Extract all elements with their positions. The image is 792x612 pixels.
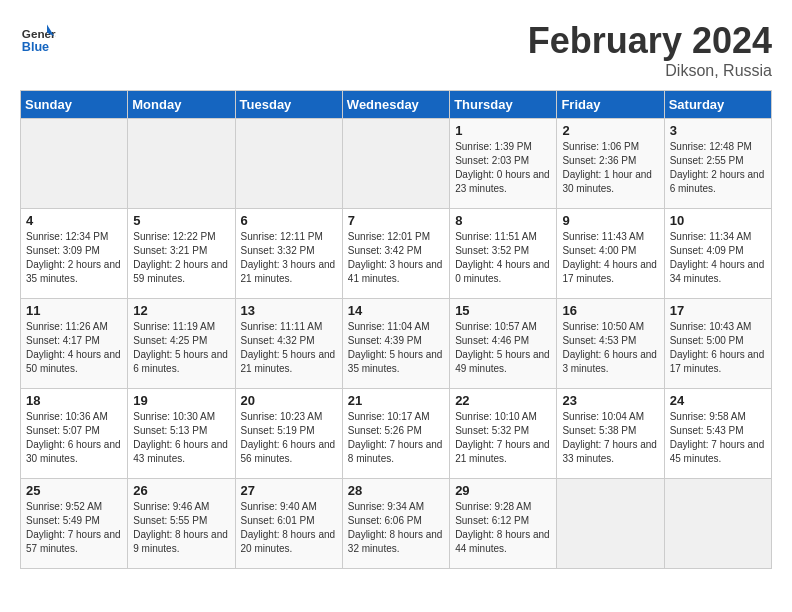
day-info: Sunrise: 12:48 PM Sunset: 2:55 PM Daylig… [670, 140, 766, 196]
month-title: February 2024 [528, 20, 772, 62]
day-info: Sunrise: 10:50 AM Sunset: 4:53 PM Daylig… [562, 320, 658, 376]
day-info: Sunrise: 9:34 AM Sunset: 6:06 PM Dayligh… [348, 500, 444, 556]
day-number: 22 [455, 393, 551, 408]
day-info: Sunrise: 11:19 AM Sunset: 4:25 PM Daylig… [133, 320, 229, 376]
calendar-week-row: 11Sunrise: 11:26 AM Sunset: 4:17 PM Dayl… [21, 299, 772, 389]
calendar-day-cell [21, 119, 128, 209]
day-number: 27 [241, 483, 337, 498]
calendar-day-cell [342, 119, 449, 209]
day-info: Sunrise: 12:22 PM Sunset: 3:21 PM Daylig… [133, 230, 229, 286]
day-info: Sunrise: 10:57 AM Sunset: 4:46 PM Daylig… [455, 320, 551, 376]
day-number: 14 [348, 303, 444, 318]
day-info: Sunrise: 11:43 AM Sunset: 4:00 PM Daylig… [562, 230, 658, 286]
day-header-sunday: Sunday [21, 91, 128, 119]
day-number: 4 [26, 213, 122, 228]
day-info: Sunrise: 1:06 PM Sunset: 2:36 PM Dayligh… [562, 140, 658, 196]
calendar-day-cell: 5Sunrise: 12:22 PM Sunset: 3:21 PM Dayli… [128, 209, 235, 299]
calendar-day-cell: 19Sunrise: 10:30 AM Sunset: 5:13 PM Dayl… [128, 389, 235, 479]
day-info: Sunrise: 10:23 AM Sunset: 5:19 PM Daylig… [241, 410, 337, 466]
day-number: 28 [348, 483, 444, 498]
calendar-day-cell: 17Sunrise: 10:43 AM Sunset: 5:00 PM Dayl… [664, 299, 771, 389]
calendar-day-cell [664, 479, 771, 569]
day-header-monday: Monday [128, 91, 235, 119]
calendar-day-cell: 25Sunrise: 9:52 AM Sunset: 5:49 PM Dayli… [21, 479, 128, 569]
day-info: Sunrise: 10:04 AM Sunset: 5:38 PM Daylig… [562, 410, 658, 466]
day-number: 13 [241, 303, 337, 318]
calendar-day-cell: 13Sunrise: 11:11 AM Sunset: 4:32 PM Dayl… [235, 299, 342, 389]
day-info: Sunrise: 10:10 AM Sunset: 5:32 PM Daylig… [455, 410, 551, 466]
day-info: Sunrise: 11:51 AM Sunset: 3:52 PM Daylig… [455, 230, 551, 286]
calendar-day-cell: 16Sunrise: 10:50 AM Sunset: 4:53 PM Dayl… [557, 299, 664, 389]
day-number: 16 [562, 303, 658, 318]
calendar-day-cell: 27Sunrise: 9:40 AM Sunset: 6:01 PM Dayli… [235, 479, 342, 569]
calendar-day-cell: 15Sunrise: 10:57 AM Sunset: 4:46 PM Dayl… [450, 299, 557, 389]
calendar-day-cell: 10Sunrise: 11:34 AM Sunset: 4:09 PM Dayl… [664, 209, 771, 299]
day-info: Sunrise: 9:52 AM Sunset: 5:49 PM Dayligh… [26, 500, 122, 556]
page-header: General Blue February 2024 Dikson, Russi… [20, 20, 772, 80]
calendar-table: SundayMondayTuesdayWednesdayThursdayFrid… [20, 90, 772, 569]
day-info: Sunrise: 9:58 AM Sunset: 5:43 PM Dayligh… [670, 410, 766, 466]
day-number: 6 [241, 213, 337, 228]
svg-text:Blue: Blue [22, 40, 49, 54]
day-info: Sunrise: 11:11 AM Sunset: 4:32 PM Daylig… [241, 320, 337, 376]
day-number: 20 [241, 393, 337, 408]
calendar-day-cell [128, 119, 235, 209]
day-info: Sunrise: 12:11 PM Sunset: 3:32 PM Daylig… [241, 230, 337, 286]
calendar-day-cell: 1Sunrise: 1:39 PM Sunset: 2:03 PM Daylig… [450, 119, 557, 209]
day-info: Sunrise: 11:26 AM Sunset: 4:17 PM Daylig… [26, 320, 122, 376]
calendar-day-cell: 9Sunrise: 11:43 AM Sunset: 4:00 PM Dayli… [557, 209, 664, 299]
calendar-day-cell: 2Sunrise: 1:06 PM Sunset: 2:36 PM Daylig… [557, 119, 664, 209]
calendar-day-cell: 29Sunrise: 9:28 AM Sunset: 6:12 PM Dayli… [450, 479, 557, 569]
day-number: 26 [133, 483, 229, 498]
day-header-wednesday: Wednesday [342, 91, 449, 119]
day-header-saturday: Saturday [664, 91, 771, 119]
day-number: 9 [562, 213, 658, 228]
day-number: 7 [348, 213, 444, 228]
calendar-week-row: 1Sunrise: 1:39 PM Sunset: 2:03 PM Daylig… [21, 119, 772, 209]
calendar-day-cell: 24Sunrise: 9:58 AM Sunset: 5:43 PM Dayli… [664, 389, 771, 479]
logo-icon: General Blue [20, 20, 56, 56]
day-number: 1 [455, 123, 551, 138]
day-header-friday: Friday [557, 91, 664, 119]
day-info: Sunrise: 10:36 AM Sunset: 5:07 PM Daylig… [26, 410, 122, 466]
location: Dikson, Russia [528, 62, 772, 80]
calendar-day-cell: 3Sunrise: 12:48 PM Sunset: 2:55 PM Dayli… [664, 119, 771, 209]
calendar-day-cell: 20Sunrise: 10:23 AM Sunset: 5:19 PM Dayl… [235, 389, 342, 479]
day-number: 23 [562, 393, 658, 408]
calendar-day-cell: 7Sunrise: 12:01 PM Sunset: 3:42 PM Dayli… [342, 209, 449, 299]
calendar-day-cell: 18Sunrise: 10:36 AM Sunset: 5:07 PM Dayl… [21, 389, 128, 479]
day-number: 10 [670, 213, 766, 228]
day-number: 5 [133, 213, 229, 228]
day-number: 12 [133, 303, 229, 318]
day-number: 3 [670, 123, 766, 138]
day-number: 8 [455, 213, 551, 228]
day-info: Sunrise: 12:01 PM Sunset: 3:42 PM Daylig… [348, 230, 444, 286]
calendar-day-cell: 28Sunrise: 9:34 AM Sunset: 6:06 PM Dayli… [342, 479, 449, 569]
day-info: Sunrise: 9:46 AM Sunset: 5:55 PM Dayligh… [133, 500, 229, 556]
calendar-day-cell: 8Sunrise: 11:51 AM Sunset: 3:52 PM Dayli… [450, 209, 557, 299]
day-info: Sunrise: 9:40 AM Sunset: 6:01 PM Dayligh… [241, 500, 337, 556]
day-number: 25 [26, 483, 122, 498]
calendar-day-cell: 26Sunrise: 9:46 AM Sunset: 5:55 PM Dayli… [128, 479, 235, 569]
day-number: 19 [133, 393, 229, 408]
calendar-day-cell: 22Sunrise: 10:10 AM Sunset: 5:32 PM Dayl… [450, 389, 557, 479]
day-number: 17 [670, 303, 766, 318]
calendar-week-row: 25Sunrise: 9:52 AM Sunset: 5:49 PM Dayli… [21, 479, 772, 569]
calendar-week-row: 18Sunrise: 10:36 AM Sunset: 5:07 PM Dayl… [21, 389, 772, 479]
calendar-day-cell: 23Sunrise: 10:04 AM Sunset: 5:38 PM Dayl… [557, 389, 664, 479]
day-number: 15 [455, 303, 551, 318]
title-block: February 2024 Dikson, Russia [528, 20, 772, 80]
day-info: Sunrise: 10:30 AM Sunset: 5:13 PM Daylig… [133, 410, 229, 466]
calendar-week-row: 4Sunrise: 12:34 PM Sunset: 3:09 PM Dayli… [21, 209, 772, 299]
day-info: Sunrise: 10:17 AM Sunset: 5:26 PM Daylig… [348, 410, 444, 466]
calendar-day-cell: 21Sunrise: 10:17 AM Sunset: 5:26 PM Dayl… [342, 389, 449, 479]
logo: General Blue [20, 20, 56, 56]
day-info: Sunrise: 12:34 PM Sunset: 3:09 PM Daylig… [26, 230, 122, 286]
day-info: Sunrise: 11:34 AM Sunset: 4:09 PM Daylig… [670, 230, 766, 286]
day-info: Sunrise: 1:39 PM Sunset: 2:03 PM Dayligh… [455, 140, 551, 196]
calendar-day-cell: 14Sunrise: 11:04 AM Sunset: 4:39 PM Dayl… [342, 299, 449, 389]
day-info: Sunrise: 11:04 AM Sunset: 4:39 PM Daylig… [348, 320, 444, 376]
calendar-day-cell: 12Sunrise: 11:19 AM Sunset: 4:25 PM Dayl… [128, 299, 235, 389]
day-info: Sunrise: 10:43 AM Sunset: 5:00 PM Daylig… [670, 320, 766, 376]
day-number: 24 [670, 393, 766, 408]
